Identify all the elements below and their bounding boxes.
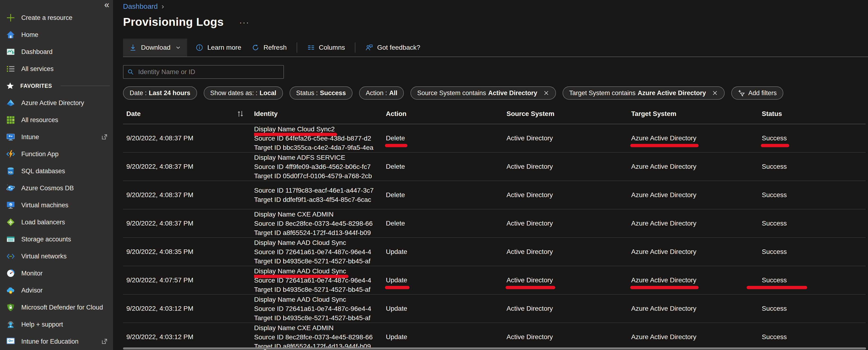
learn-more-button[interactable]: Learn more	[190, 38, 247, 57]
row-date: 9/20/2022, 4:08:37 PM	[126, 135, 193, 142]
row-target-system: Azure Active Directory	[631, 135, 696, 142]
table-row[interactable]: 9/20/2022, 4:08:37 PMDisplay Name ADFS S…	[123, 153, 866, 181]
sidebar-item-label: Function App	[21, 150, 59, 158]
column-header-identity[interactable]: Identity	[254, 110, 386, 118]
sidebar-item-home[interactable]: Home	[0, 26, 113, 43]
refresh-button[interactable]: Refresh	[247, 38, 292, 57]
feedback-label: Got feedback?	[377, 44, 420, 51]
refresh-label: Refresh	[264, 44, 287, 51]
page-title: Provisioning Logs	[123, 16, 224, 28]
all-services-icon	[6, 64, 15, 74]
sidebar-item-microsoft-defender-for-cloud[interactable]: Microsoft Defender for Cloud	[0, 299, 113, 316]
cell-target-system: Azure Active Directory	[631, 163, 762, 170]
cell-identity: Display Name CXE ADMINSource ID 8ec28fce…	[254, 209, 386, 237]
sidebar-item-monitor[interactable]: Monitor	[0, 265, 113, 282]
sidebar-item-create-a-resource[interactable]: Create a resource	[0, 9, 113, 26]
table-row[interactable]: 9/20/2022, 4:08:37 PMDisplay Name Cloud …	[123, 124, 866, 153]
table-body: 9/20/2022, 4:08:37 PMDisplay Name Cloud …	[123, 124, 866, 350]
search-input[interactable]	[138, 68, 280, 76]
cell-status: Success	[762, 305, 866, 312]
table-row[interactable]: 9/20/2022, 4:03:12 PMDisplay Name CXE AD…	[123, 323, 866, 350]
sidebar-item-label: Create a resource	[21, 14, 72, 22]
close-icon[interactable]	[712, 90, 718, 96]
download-icon	[129, 44, 137, 51]
row-status: Success	[762, 276, 787, 284]
cell-target-system: Azure Active Directory	[631, 248, 762, 256]
add-filters-button[interactable]: Add filters	[731, 86, 783, 99]
sort-icon[interactable]	[236, 110, 245, 118]
column-header-date[interactable]: Date	[123, 110, 254, 118]
breadcrumb-dashboard-link[interactable]: Dashboard	[123, 2, 158, 10]
sidebar-item-label: Help + support	[21, 321, 63, 328]
cell-identity: Display Name Cloud Sync2Source ID 64fefa…	[254, 124, 386, 152]
sidebar-item-advisor[interactable]: Advisor	[0, 282, 113, 299]
column-header-status[interactable]: Status	[762, 110, 866, 118]
sidebar-item-intune[interactable]: Intune	[0, 128, 113, 146]
chevron-down-icon	[175, 45, 181, 50]
sidebar-item-storage-accounts[interactable]: Storage accounts	[0, 231, 113, 248]
sidebar-item-label: All resources	[21, 116, 58, 124]
filter-pill-date-last-24-hours[interactable]: Date :Last 24 hours	[123, 86, 197, 99]
table-row[interactable]: 9/20/2022, 4:08:37 PMSource ID 117f9c83-…	[123, 181, 866, 209]
identity-line: Target ID b4935c8e-5271-4527-bb45-af	[254, 313, 370, 323]
horizontal-scrollbar[interactable]	[123, 347, 866, 350]
download-button[interactable]: Download	[123, 38, 187, 57]
cell-source-system: Active Directory	[506, 333, 631, 341]
dashboard-icon	[6, 47, 15, 56]
sidebar-item-all-services[interactable]: All services	[0, 60, 113, 77]
breadcrumb-chevron-icon: ›	[162, 2, 164, 11]
sidebar-item-dashboard[interactable]: Dashboard	[0, 43, 113, 60]
row-action: Delete	[386, 191, 405, 199]
sidebar-item-load-balancers[interactable]: Load balancers	[0, 214, 113, 231]
filter-add-icon	[738, 89, 745, 96]
sidebar-item-azure-cosmos-db[interactable]: Azure Cosmos DB	[0, 180, 113, 197]
column-header-label: Source System	[506, 110, 554, 118]
logs-table: DateIdentityActionSource SystemTarget Sy…	[123, 107, 866, 350]
page-overflow-button[interactable]: ···	[240, 18, 250, 27]
table-row[interactable]: 9/20/2022, 4:08:35 PMDisplay Name AAD Cl…	[123, 238, 866, 266]
column-header-source-system[interactable]: Source System	[506, 110, 631, 118]
column-header-target-system[interactable]: Target System	[631, 110, 762, 118]
filter-pill-action-all[interactable]: Action :All	[359, 86, 404, 99]
table-row[interactable]: 9/20/2022, 4:03:12 PMDisplay Name AAD Cl…	[123, 295, 866, 323]
close-icon[interactable]	[543, 90, 549, 96]
sidebar-item-label: Monitor	[21, 269, 42, 278]
filter-pill-target-system-contains-azure-active-directory[interactable]: Target System containsAzure Active Direc…	[563, 86, 725, 99]
filter-pill-value: Azure Active Directory	[638, 89, 706, 97]
sidebar-item-help-support[interactable]: Help + support	[0, 316, 113, 333]
sidebar-item-label: Storage accounts	[21, 235, 71, 243]
breadcrumb: Dashboard ›	[123, 2, 868, 11]
filter-pill-label: Target System contains	[569, 89, 636, 97]
sidebar-item-all-resources[interactable]: All resources	[0, 112, 113, 128]
row-status: Success	[762, 305, 787, 312]
row-source-system: Active Directory	[506, 163, 553, 170]
sidebar-item-label: Intune	[21, 133, 39, 141]
storage-icon	[6, 235, 15, 244]
sidebar-item-virtual-machines[interactable]: Virtual machines	[0, 197, 113, 214]
sidebar-item-virtual-networks[interactable]: Virtual networks	[0, 248, 113, 265]
cell-target-system: Azure Active Directory	[631, 333, 762, 341]
cell-identity: Source ID 117f9c83-eacf-46e1-a447-3c7Tar…	[254, 181, 386, 209]
table-row[interactable]: 9/20/2022, 4:08:37 PMDisplay Name CXE AD…	[123, 209, 866, 238]
table-row[interactable]: 9/20/2022, 4:07:57 PMDisplay Name AAD Cl…	[123, 266, 866, 295]
search-box[interactable]	[123, 65, 284, 79]
columns-button[interactable]: Columns	[302, 38, 350, 57]
sidebar-item-intune-for-education[interactable]: Intune for Education	[0, 333, 113, 350]
sidebar-item-label: Virtual machines	[21, 201, 68, 209]
filter-pill-show-dates-as-local[interactable]: Show dates as: :Local	[204, 86, 283, 99]
cell-source-system: Active Directory	[506, 191, 631, 199]
row-source-system: Active Directory	[506, 191, 553, 199]
sidebar-item-azure-active-directory[interactable]: Azure Active Directory	[0, 94, 113, 112]
identity-line: Display Name Cloud Sync2	[254, 124, 335, 134]
filter-pill-status-success[interactable]: Status :Success	[289, 86, 352, 99]
sidebar-collapse-button[interactable]: «	[104, 0, 109, 10]
column-header-action[interactable]: Action	[386, 110, 506, 118]
sidebar-item-sql-databases[interactable]: SQLSQL databases	[0, 163, 113, 180]
row-action: Update	[386, 333, 407, 341]
feedback-button[interactable]: Got feedback?	[360, 38, 425, 57]
filter-bar: Date :Last 24 hoursShow dates as: :Local…	[123, 86, 868, 99]
sidebar-item-function-app[interactable]: Function App	[0, 146, 113, 163]
filter-pill-source-system-contains-active-directory[interactable]: Source System containsActive Directory	[410, 86, 556, 99]
identity-line: Source ID 72641a61-0e74-487c-96e4-4	[254, 247, 371, 257]
favorites-header: FAVORITES	[0, 77, 113, 94]
